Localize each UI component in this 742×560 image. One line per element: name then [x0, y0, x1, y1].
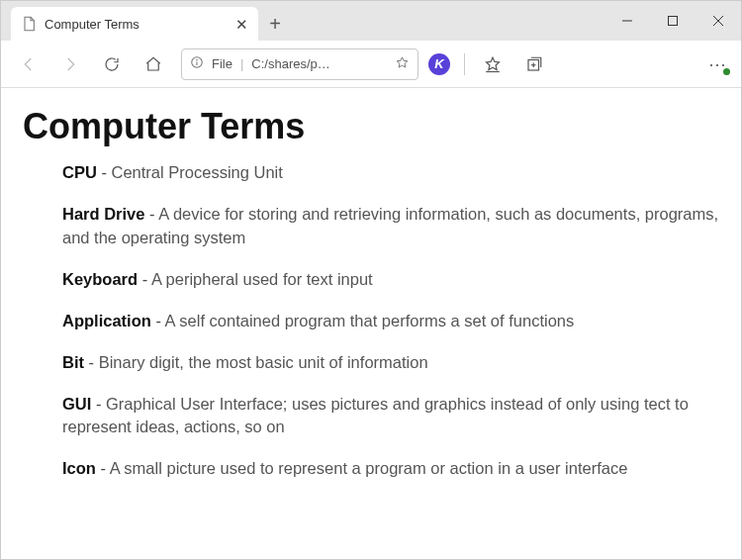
- definition: A device for storing and retrieving info…: [62, 205, 718, 246]
- dash: -: [91, 395, 106, 413]
- definition-entry: Bit - Binary digit, the most basic unit …: [62, 351, 719, 375]
- dash: -: [138, 270, 151, 288]
- dash: -: [84, 353, 99, 371]
- definition-entry: Hard Drive - A device for storing and re…: [62, 203, 719, 250]
- info-icon: [190, 55, 204, 72]
- extension-k-icon[interactable]: K: [428, 53, 450, 75]
- forward-button[interactable]: [52, 47, 88, 82]
- dash: -: [144, 205, 158, 223]
- address-bar[interactable]: File | C:/shares/p…: [181, 48, 418, 80]
- definition: Binary digit, the most basic unit of inf…: [99, 353, 428, 371]
- notification-dot-icon: [723, 68, 730, 75]
- address-scheme: File: [212, 56, 232, 71]
- address-separator: |: [240, 56, 243, 71]
- definition: A small picture used to represent a prog…: [110, 459, 628, 477]
- term: Application: [62, 312, 151, 329]
- close-window-button[interactable]: [696, 1, 741, 41]
- definition-list: CPU - Central Processing UnitHard Drive …: [62, 161, 719, 481]
- close-tab-icon[interactable]: ✕: [235, 17, 248, 32]
- definition: Graphical User Interface; uses pictures …: [62, 395, 689, 436]
- window-controls: [604, 1, 741, 41]
- collections-button[interactable]: [516, 47, 552, 82]
- svg-rect-1: [669, 17, 678, 26]
- home-button[interactable]: [136, 47, 171, 82]
- definition-entry: Icon - A small picture used to represent…: [62, 457, 719, 481]
- minimize-button[interactable]: [604, 1, 650, 41]
- term: GUI: [62, 395, 91, 413]
- page-icon: [21, 16, 37, 32]
- definition-entry: Application - A self contained program t…: [62, 310, 719, 333]
- address-path: C:/shares/p…: [251, 56, 329, 71]
- refresh-button[interactable]: [94, 47, 130, 82]
- new-tab-button[interactable]: +: [258, 7, 292, 41]
- page-title: Computer Terms: [23, 106, 719, 147]
- term: Hard Drive: [62, 205, 144, 223]
- title-bar: Computer Terms ✕ +: [1, 1, 741, 41]
- definition: A self contained program that performs a…: [165, 312, 575, 329]
- definition: A peripheral used for text input: [151, 270, 373, 288]
- term: CPU: [62, 163, 97, 181]
- tab-title: Computer Terms: [45, 17, 139, 32]
- favorite-icon[interactable]: [395, 55, 410, 73]
- page-content: Computer Terms CPU - Central Processing …: [1, 88, 741, 560]
- term: Keyboard: [62, 270, 138, 288]
- more-menu-button[interactable]: ⋯: [703, 50, 731, 78]
- favorites-button[interactable]: [475, 47, 510, 82]
- definition-entry: GUI - Graphical User Interface; uses pic…: [62, 393, 719, 440]
- dash: -: [96, 459, 110, 477]
- toolbar-separator: [464, 53, 465, 75]
- dash: -: [97, 163, 112, 181]
- svg-point-6: [197, 59, 198, 60]
- term: Icon: [62, 459, 96, 477]
- dash: -: [151, 312, 165, 329]
- back-button[interactable]: [11, 47, 46, 82]
- term: Bit: [62, 353, 84, 371]
- definition: Central Processing Unit: [112, 163, 283, 181]
- browser-tab[interactable]: Computer Terms ✕: [11, 7, 258, 41]
- toolbar: File | C:/shares/p… K ⋯: [1, 41, 741, 88]
- definition-entry: CPU - Central Processing Unit: [62, 161, 719, 185]
- definition-entry: Keyboard - A peripheral used for text in…: [62, 268, 719, 292]
- maximize-button[interactable]: [650, 1, 696, 41]
